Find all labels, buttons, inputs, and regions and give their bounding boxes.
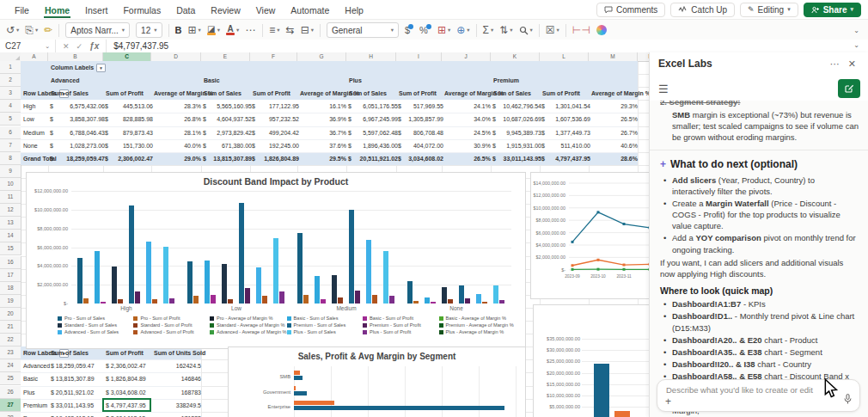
cell-I4[interactable]: $517,969.55 (396, 100, 446, 113)
bar-plus-profit-high[interactable] (169, 298, 174, 304)
cell-F8[interactable]: $1,826,804.89 (250, 152, 302, 165)
segment-profit-bar[interactable] (294, 371, 300, 375)
menu-tab-data[interactable]: Data (168, 2, 203, 18)
pivot1-group-basic[interactable]: Basic (201, 74, 253, 87)
cell-B25[interactable]: $ 13,815,307.89 (48, 372, 106, 385)
chart-segment[interactable]: Sales, Profit & Avg Margin by Segment SM… (228, 346, 526, 417)
row-header-13[interactable]: 13 (0, 217, 21, 230)
new-chat-button[interactable] (838, 79, 860, 98)
pivot1-grand-total[interactable]: Grand Total (21, 152, 51, 165)
row-header-12[interactable]: 12 (0, 204, 21, 217)
bar-plus-sales-none[interactable] (493, 285, 498, 304)
cell-D28[interactable]: 171233 (151, 412, 208, 417)
pivot1-measure-header[interactable]: Sum of Sales (491, 87, 542, 100)
insert-function-icon[interactable]: ƒx (89, 41, 99, 51)
autosum-button[interactable]: Σ▾ (483, 25, 494, 35)
menu-tab-home[interactable]: Home (37, 2, 77, 18)
cell-J8[interactable]: 26.5% (442, 152, 493, 165)
font-color-button[interactable]: A▾ (226, 25, 239, 35)
cell-G5[interactable]: 36.9% (297, 113, 349, 126)
row-header-17[interactable]: 17 (0, 269, 21, 282)
cell-C26[interactable]: $ 3,034,608.02 (103, 386, 154, 399)
bar-pro-profit-none[interactable] (413, 301, 419, 304)
row-header-9[interactable]: 9 (0, 165, 21, 178)
cell-E5[interactable]: $4,604,937.52 (201, 113, 254, 126)
name-box[interactable]: C27 ⌄ (0, 40, 56, 52)
cell-D25[interactable]: 146846 (151, 372, 208, 385)
bar-standard-profit-none[interactable] (448, 299, 453, 304)
panel-more-icon[interactable]: ⋯ (826, 58, 844, 70)
cell-C28[interactable]: $ 2,604,118.18 (103, 412, 154, 417)
pivot1-group-plus[interactable]: Plus (346, 74, 399, 87)
cell-L7[interactable]: $511,410.00 (540, 139, 593, 152)
cell-D4[interactable]: 28.3% (151, 100, 204, 113)
cell-K7[interactable]: $1,915,931.00 (491, 139, 544, 152)
row-header-4[interactable]: 4 (0, 100, 21, 113)
panel-chat-content[interactable]: 2. Segment strategy: SMB margin is excep… (650, 101, 868, 417)
fill-color-button[interactable]: ◪▾ (207, 25, 220, 35)
table-tools-button[interactable]: ⊢⊣ (572, 25, 590, 35)
cancel-icon[interactable]: ✕ (63, 42, 70, 51)
row-header-21[interactable]: 21 (0, 321, 21, 334)
panel-close-icon[interactable]: ✕ (844, 58, 860, 70)
pivot1-measure-header[interactable]: Sum of Sales (201, 87, 253, 100)
pivot2-row-basic[interactable]: Basic (21, 372, 51, 385)
bar-basic-profit-high[interactable] (101, 302, 106, 304)
cell-D7[interactable]: 40.0% (151, 139, 204, 152)
hamburger-menu-icon[interactable]: ☰ (658, 83, 669, 95)
bar-standard-sales-high[interactable] (112, 267, 117, 304)
bar-pro-profit-low[interactable] (193, 296, 199, 304)
bar-premium-profit-medium[interactable] (355, 291, 360, 304)
spreadsheet-grid[interactable]: ABCDEFGHIJKLMN12345678910111213141516171… (0, 52, 653, 417)
bar-advanced-sales-low[interactable] (256, 267, 261, 304)
cell-D26[interactable]: 168783 (151, 386, 208, 399)
share-button[interactable]: Share ▾ (804, 3, 861, 17)
bar-standard-sales-medium[interactable] (332, 275, 337, 304)
row-header-16[interactable]: 16 (0, 256, 21, 269)
filter-dropdown-icon[interactable]: ▾ (96, 64, 106, 72)
bar-standard-profit-high[interactable] (118, 299, 123, 304)
accounting-format-button[interactable]: $ (405, 26, 413, 35)
row-header-14[interactable]: 14 (0, 230, 21, 242)
comments-button[interactable]: Comments (596, 3, 665, 17)
pivot1-measure-header[interactable]: Sum of Profit (396, 87, 444, 100)
bar-plus-sales-low[interactable] (273, 238, 278, 304)
cell-K8[interactable]: $33,011,143.95 (491, 152, 544, 165)
cell-C6[interactable]: $879,873.43 (103, 126, 156, 139)
row-header-3[interactable]: 3 (0, 87, 21, 100)
cell-C4[interactable]: $445,513.06 (103, 100, 156, 113)
cell-I8[interactable]: $3,034,608.02 (396, 152, 446, 165)
bar-premium-sales-low[interactable] (239, 203, 244, 304)
cell-M8[interactable]: 28.6% (589, 152, 640, 165)
find-button[interactable]: ▾ (519, 26, 533, 35)
cell-I5[interactable]: $1,305,857.99 (396, 113, 446, 126)
bar-plus-profit-low[interactable] (279, 291, 284, 304)
editing-mode-button[interactable]: ✎ Editing ▾ (740, 3, 798, 17)
bar-basic-sales-none[interactable] (425, 297, 430, 304)
cell-E7[interactable]: $671,380.00 (201, 139, 254, 152)
chart-country[interactable]: $35,000,000.00$30,000,000.00$25,000,000.… (533, 304, 653, 417)
row-header-26[interactable]: 26 (0, 386, 21, 399)
cell-B5[interactable]: $3,858,307.98 (48, 113, 107, 126)
cell-H5[interactable]: $6,967,245.99 (346, 113, 400, 126)
bar-basic-sales-low[interactable] (205, 261, 210, 304)
cell-L8[interactable]: $4,797,437.95 (540, 152, 593, 165)
cell-B24[interactable]: $ 18,259,059.47 (48, 359, 106, 372)
cell-H7[interactable]: $1,896,436.00 (346, 139, 400, 152)
bar-advanced-sales-high[interactable] (146, 242, 151, 304)
bar-pro-profit-medium[interactable] (303, 295, 309, 304)
bar-pro-sales-high[interactable] (77, 258, 83, 304)
bar-basic-profit-low[interactable] (211, 295, 216, 304)
bar-basic-sales-high[interactable] (95, 251, 100, 304)
bar-premium-profit-low[interactable] (245, 288, 250, 304)
menu-tab-insert[interactable]: Insert (77, 2, 115, 18)
pivot2-row-premium[interactable]: Premium (21, 399, 51, 412)
cell-C25[interactable]: $ 1,826,804.89 (103, 372, 154, 385)
collapse-ribbon-chevron[interactable]: ⌄ (853, 27, 859, 34)
row-header-24[interactable]: 24 (0, 359, 21, 372)
pivot1-row-none[interactable]: None (21, 139, 51, 152)
percent-format-button[interactable]: % (419, 26, 431, 35)
cell-G6[interactable]: 36.7% (297, 126, 349, 139)
bar-basic-profit-medium[interactable] (321, 299, 326, 304)
row-header-18[interactable]: 18 (0, 282, 21, 295)
